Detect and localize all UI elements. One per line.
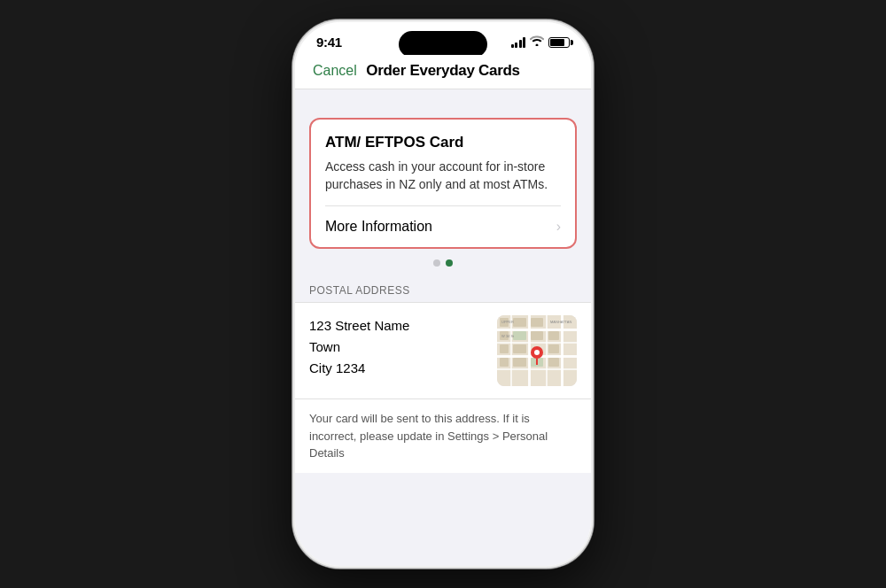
svg-rect-19 — [500, 358, 509, 367]
dot-2 — [446, 259, 453, 267]
page-indicator — [295, 249, 591, 279]
address-line-2: Town — [309, 337, 409, 358]
bottom-note-text: Your card will be sent to this address. … — [309, 412, 548, 460]
battery-icon — [548, 37, 570, 48]
svg-text:MANHATTAN: MANHATTAN — [550, 320, 571, 324]
svg-rect-14 — [531, 331, 543, 340]
phone-screen: 9:41 Cancel Or — [295, 22, 591, 566]
wifi-icon — [530, 35, 544, 49]
svg-point-24 — [534, 350, 540, 355]
svg-rect-13 — [513, 331, 526, 340]
address-text: 123 Street Name Town City 1234 — [309, 315, 409, 379]
more-info-label: More Information — [325, 219, 432, 235]
svg-rect-6 — [528, 315, 531, 386]
bottom-note: Your card will be sent to this address. … — [295, 399, 591, 473]
svg-rect-16 — [500, 344, 509, 353]
navigation-bar: Cancel Order Everyday Cards — [295, 55, 591, 89]
status-time: 9:41 — [316, 35, 342, 50]
address-section: 123 Street Name Town City 1234 — [295, 302, 591, 399]
svg-rect-7 — [546, 315, 548, 386]
status-bar: 9:41 — [295, 22, 591, 55]
dot-1 — [433, 259, 440, 267]
svg-rect-15 — [548, 331, 559, 340]
svg-rect-2 — [497, 342, 577, 344]
svg-text:W 34 St: W 34 St — [501, 334, 515, 338]
svg-rect-8 — [561, 315, 563, 386]
card-option-panel: ATM/ EFTPOS Card Access cash in your acc… — [309, 118, 577, 249]
status-icons — [511, 35, 571, 49]
card-info: ATM/ EFTPOS Card Access cash in your acc… — [311, 120, 575, 205]
dynamic-island — [399, 31, 487, 58]
svg-rect-22 — [548, 358, 559, 367]
page-title: Order Everyday Cards — [366, 62, 520, 80]
address-line-1: 123 Street Name — [309, 315, 409, 337]
svg-rect-11 — [531, 318, 543, 327]
svg-rect-1 — [497, 329, 577, 331]
postal-address-header: POSTAL ADDRESS — [295, 279, 591, 302]
svg-rect-10 — [513, 318, 526, 327]
svg-rect-17 — [513, 344, 526, 353]
signal-icon — [511, 37, 526, 48]
chevron-right-icon: › — [556, 219, 561, 235]
card-description: Access cash in your account for in-store… — [325, 159, 561, 193]
map-thumbnail: UPPER W 34 St MANHATTAN — [497, 315, 577, 386]
svg-rect-20 — [513, 358, 526, 367]
cancel-button[interactable]: Cancel — [313, 63, 357, 79]
address-line-3: City 1234 — [309, 358, 409, 379]
svg-text:UPPER: UPPER — [501, 320, 514, 324]
svg-rect-4 — [497, 368, 577, 370]
phone-frame: 9:41 Cancel Or — [292, 19, 594, 569]
svg-rect-18 — [548, 344, 559, 353]
scroll-content[interactable]: ATM/ EFTPOS Card Access cash in your acc… — [295, 89, 591, 566]
more-info-row[interactable]: More Information › — [311, 206, 575, 247]
svg-rect-5 — [510, 315, 512, 386]
card-title: ATM/ EFTPOS Card — [325, 134, 561, 151]
